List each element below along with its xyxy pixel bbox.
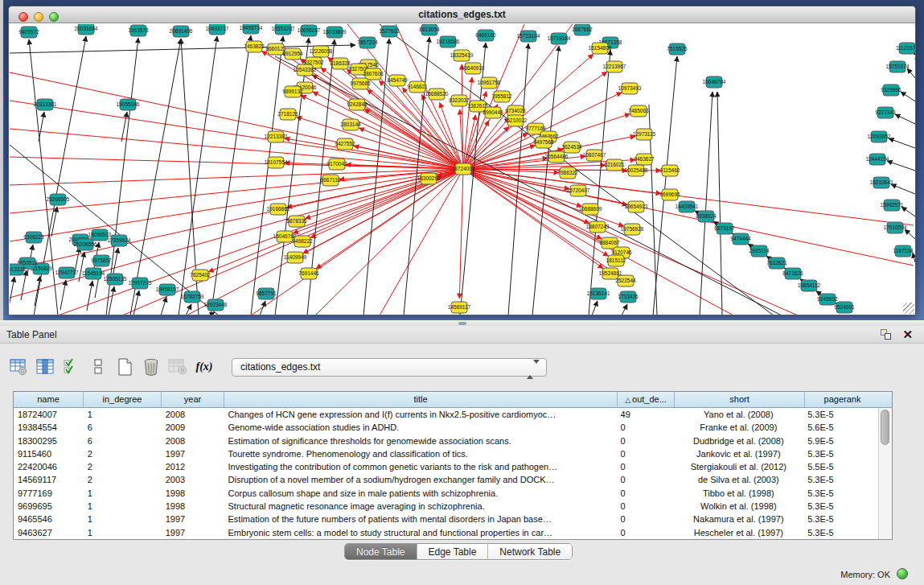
graph-node[interactable]: 6466160 [475, 30, 496, 41]
graph-node[interactable]: 8322037 [449, 95, 470, 106]
network-window-titlebar[interactable]: citations_edges.txt [9, 6, 915, 23]
graph-node[interactable]: 16210643 [870, 177, 893, 188]
scrollbar-thumb[interactable] [881, 410, 889, 445]
graph-node[interactable]: 1733426 [618, 291, 639, 303]
graph-node[interactable]: 9975857 [91, 255, 112, 266]
graph-node[interactable]: 19166862 [267, 204, 290, 215]
graph-node[interactable]: 19958107 [156, 284, 179, 295]
black-edge[interactable] [60, 280, 66, 310]
graph-node[interactable]: 16648784 [703, 76, 726, 88]
graph-node[interactable]: 20313381 [34, 99, 57, 110]
black-edge[interactable] [121, 112, 127, 142]
graph-node[interactable]: 9427552 [335, 138, 355, 150]
graph-node[interactable]: 9699695 [659, 189, 680, 200]
table-select-dropdown[interactable]: citations_edges.txt [232, 358, 547, 377]
graph-node[interactable]: 16961758 [478, 77, 501, 89]
graph-node[interactable]: 12213383 [265, 131, 288, 142]
black-edge[interactable] [211, 35, 251, 315]
graph-node[interactable]: 12213967 [603, 61, 626, 72]
black-edge[interactable] [35, 276, 40, 306]
tab-network-table[interactable]: Network Table [488, 544, 572, 559]
delete-column-button[interactable] [141, 356, 162, 377]
graph-node[interactable]: 17016504 [884, 222, 907, 233]
red-edge[interactable] [10, 169, 463, 185]
graph-node[interactable]: 15720407 [567, 185, 590, 196]
black-edge[interactable] [901, 92, 915, 101]
graph-node[interactable]: 14569117 [448, 302, 471, 313]
graph-node[interactable]: 20031884 [75, 24, 98, 35]
graph-node[interactable]: 10025488 [625, 165, 648, 176]
graph-node[interactable]: 6216021 [604, 159, 625, 171]
graph-node[interactable]: 25266505 [47, 194, 70, 205]
graph-node[interactable]: 12505135 [104, 274, 127, 285]
graph-node[interactable]: 9306223 [23, 232, 44, 243]
graph-node[interactable]: 2687682 [572, 24, 593, 35]
black-edge[interactable] [51, 207, 57, 237]
graph-node[interactable]: 8471626 [782, 268, 803, 279]
black-edge[interactable] [891, 184, 915, 194]
panel-splitter[interactable] [0, 320, 924, 326]
black-edge[interactable] [907, 68, 915, 78]
table-row[interactable]: 911546021997Tourette syndrome. Phenomeno… [14, 447, 878, 460]
graph-node[interactable]: 3624534 [561, 142, 582, 153]
graph-node[interactable]: 10655287 [298, 25, 321, 36]
black-edge[interactable] [889, 138, 915, 148]
graph-node[interactable]: 9463627 [634, 154, 655, 165]
graph-node[interactable]: 9524501 [834, 302, 855, 313]
graph-node[interactable]: 15136141 [587, 288, 610, 299]
table-row[interactable]: 946554611997Estimation of the future num… [14, 513, 878, 525]
float-panel-icon[interactable] [881, 329, 892, 340]
graph-node[interactable]: 18807243 [586, 221, 610, 233]
graph-node[interactable]: 19055346 [117, 99, 140, 110]
column-header-short[interactable]: short [675, 392, 805, 407]
graph-node[interactable]: 10553287 [272, 24, 295, 35]
graph-node[interactable]: 12444154 [866, 154, 889, 165]
graph-node[interactable]: 10543382 [294, 64, 317, 76]
create-column-button[interactable] [114, 356, 135, 377]
graph-node[interactable]: 10719184 [548, 33, 571, 44]
graph-node[interactable]: 2718126 [277, 109, 298, 120]
graph-node[interactable]: 8912954 [282, 48, 303, 60]
graph-node[interactable]: 20691406 [170, 26, 193, 37]
black-edge[interactable] [700, 92, 713, 315]
black-edge[interactable] [161, 297, 166, 315]
table-settings-button[interactable] [8, 356, 29, 377]
black-edge[interactable] [887, 161, 915, 171]
graph-node[interactable]: 16033809 [323, 27, 347, 38]
graph-node[interactable]: 8667110 [321, 175, 341, 186]
graph-node[interactable]: 8454749 [387, 75, 408, 86]
black-edge[interactable] [10, 277, 14, 307]
graph-node[interactable]: 9474444 [730, 233, 751, 245]
table-body[interactable]: 1872400712008Changes of HCN gene express… [14, 408, 878, 539]
graph-node[interactable]: 7986322 [557, 167, 578, 179]
black-edge[interactable] [717, 92, 722, 315]
graph-node[interactable]: 9227343 [875, 107, 896, 118]
graph-node[interactable]: 10688609 [579, 204, 602, 215]
graph-node[interactable]: 7955812 [491, 91, 512, 102]
graph-node[interactable]: 9115460 [660, 165, 680, 176]
table-row[interactable]: 1456911722003Disruption of a novel membe… [14, 473, 878, 486]
black-edge[interactable] [913, 253, 915, 262]
graph-node[interactable]: 18107554 [265, 157, 288, 168]
black-edge[interactable] [622, 304, 627, 315]
graph-node[interactable]: 9857791 [256, 288, 277, 299]
graph-node[interactable]: 15751074 [886, 61, 910, 72]
red-edge[interactable] [364, 109, 463, 169]
graph-node[interactable]: 6879197 [714, 223, 735, 234]
black-edge[interactable] [260, 301, 265, 315]
red-edge[interactable] [459, 169, 463, 299]
graph-node[interactable]: 7485063 [628, 105, 649, 117]
graph-node[interactable]: 11409949 [284, 252, 307, 263]
table-row[interactable]: 2242004622012Investigating the contribut… [14, 460, 878, 473]
graph-node[interactable]: 9170042 [326, 159, 347, 170]
table-row[interactable]: 969969511998Structural magnetic resonanc… [14, 500, 878, 513]
graph-node[interactable]: 9498222 [292, 236, 313, 247]
graph-node[interactable]: 8990448 [483, 107, 503, 118]
graph-node[interactable]: 19218586 [437, 36, 460, 47]
graph-node[interactable]: 9975685 [350, 78, 371, 89]
table-row[interactable]: 1830029562008Estimation of significance … [14, 435, 878, 447]
graph-node[interactable]: 2522544 [615, 275, 636, 286]
graph-node[interactable]: 9245652 [817, 294, 838, 305]
graph-node[interactable]: 3913318 [10, 264, 26, 275]
graph-node[interactable]: 7515526 [667, 43, 688, 55]
